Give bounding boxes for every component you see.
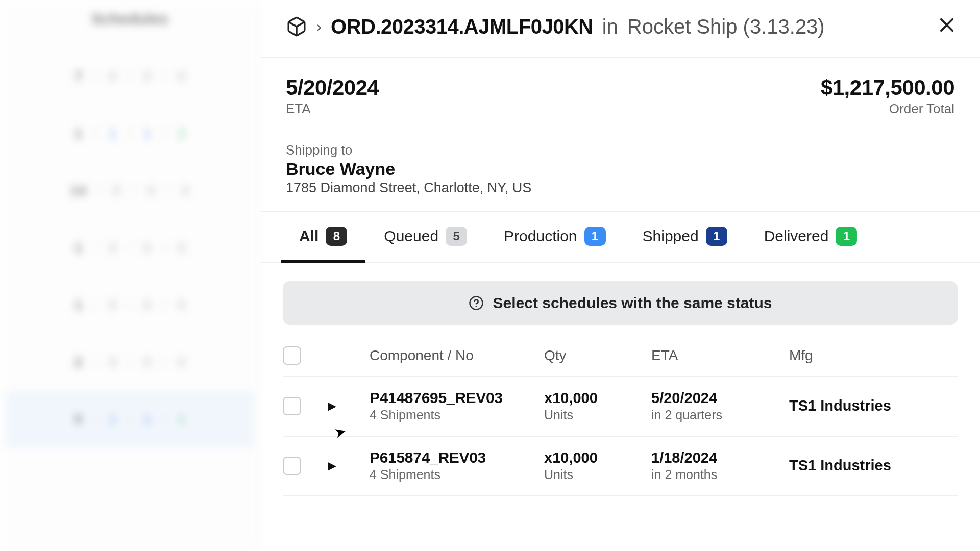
shipment-count: 4 Shipments: [370, 467, 539, 482]
order-id[interactable]: ORD.2023314.AJMLF0J0KN: [331, 15, 593, 38]
qty-unit: Units: [544, 467, 646, 482]
col-eta: ETA: [651, 347, 784, 364]
caret-right-icon: ▶: [328, 399, 336, 413]
component-number: P615874_REV03: [370, 449, 539, 466]
qty-unit: Units: [544, 408, 646, 422]
shipping-block: Shipping to Bruce Wayne 1785 Diamond Str…: [260, 122, 980, 211]
expand-row-button[interactable]: ▶: [324, 399, 364, 413]
close-button[interactable]: [934, 12, 960, 41]
tab-production[interactable]: Production 1: [485, 212, 624, 263]
package-icon[interactable]: [286, 16, 307, 37]
row-checkbox[interactable]: [283, 457, 301, 475]
banner-text: Select schedules with the same status: [493, 294, 772, 312]
sidebar-title: Schedules: [15, 10, 244, 28]
tab-count-badge: 8: [326, 227, 347, 246]
qty-value: x10,000: [544, 449, 646, 466]
background-sidebar: Schedules 7/0/0/0 1/1/1/2 14/0/0/0 1/0/0…: [0, 0, 260, 551]
tab-count-badge: 5: [446, 227, 467, 246]
manufacturer: TS1 Industries: [789, 397, 958, 414]
qty-value: x10,000: [544, 390, 646, 407]
manufacturer: TS1 Industries: [789, 457, 958, 474]
tab-count-badge: 1: [706, 227, 727, 246]
project-link[interactable]: Rocket Ship (3.13.23): [627, 15, 825, 38]
selection-hint-banner: Select schedules with the same status: [283, 281, 958, 325]
shipping-to-label: Shipping to: [286, 142, 954, 158]
status-tabs: All 8 Queued 5 Production 1 Shipped 1 De…: [260, 211, 980, 263]
tab-label: Production: [504, 228, 577, 245]
breadcrumb: › ORD.2023314.AJMLF0J0KN in Rocket Ship …: [260, 0, 980, 58]
tab-queued[interactable]: Queued 5: [365, 212, 485, 263]
order-total-label: Order Total: [821, 101, 954, 117]
eta-date: 5/20/2024: [651, 390, 784, 407]
shipment-count: 4 Shipments: [370, 408, 539, 422]
col-qty: Qty: [544, 347, 646, 364]
eta-relative: in 2 months: [651, 467, 784, 482]
shipping-name: Bruce Wayne: [286, 159, 954, 179]
tab-shipped[interactable]: Shipped 1: [624, 212, 746, 263]
tab-label: Shipped: [643, 228, 699, 245]
table-row[interactable]: ▶ P41487695_REV03 4 Shipments x10,000 Un…: [283, 377, 958, 437]
eta-value: 5/20/2024: [286, 76, 379, 100]
eta-label: ETA: [286, 101, 379, 117]
tab-label: Queued: [384, 228, 438, 245]
caret-right-icon: ▶: [328, 459, 336, 472]
order-total-value: $1,217,500.00: [821, 76, 954, 100]
tab-count-badge: 1: [584, 227, 606, 246]
order-detail-panel: › ORD.2023314.AJMLF0J0KN in Rocket Ship …: [260, 0, 980, 551]
table-header: Component / No Qty ETA Mfg: [283, 335, 958, 377]
tab-all[interactable]: All 8: [281, 212, 365, 263]
col-component: Component / No: [370, 347, 539, 364]
eta-date: 1/18/2024: [651, 449, 784, 466]
chevron-right-icon: ›: [316, 18, 322, 35]
schedules-table: Component / No Qty ETA Mfg ▶ P41487695_R…: [260, 335, 980, 496]
eta-relative: in 2 quarters: [651, 408, 784, 422]
col-mfg: Mfg: [789, 347, 958, 364]
expand-row-button[interactable]: ▶: [324, 459, 364, 472]
tab-delivered[interactable]: Delivered 1: [746, 212, 876, 263]
order-summary: 5/20/2024 ETA $1,217,500.00 Order Total: [260, 58, 980, 122]
component-number: P41487695_REV03: [370, 389, 539, 407]
tab-label: All: [299, 228, 318, 245]
tab-count-badge: 1: [836, 227, 857, 246]
tab-label: Delivered: [764, 228, 829, 245]
in-label: in: [602, 15, 618, 38]
shipping-address: 1785 Diamond Street, Charlotte, NY, US: [286, 180, 954, 196]
row-checkbox[interactable]: [283, 397, 301, 415]
help-icon: [469, 295, 484, 311]
select-all-checkbox[interactable]: [283, 346, 301, 365]
table-row[interactable]: ▶ P615874_REV03 4 Shipments x10,000 Unit…: [283, 437, 958, 496]
